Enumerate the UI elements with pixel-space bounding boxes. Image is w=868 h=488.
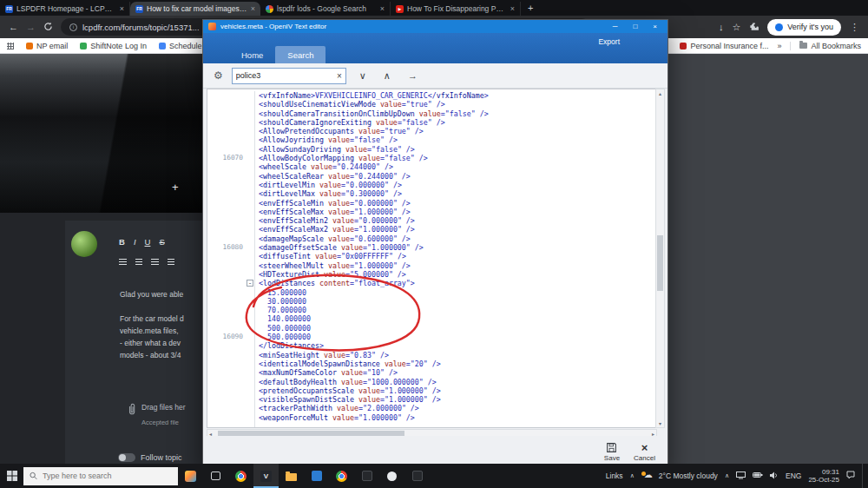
find-next-icon[interactable]: ∨ [355, 70, 371, 82]
code-fold-minus-icon[interactable]: - [247, 280, 253, 287]
tab-close-icon[interactable]: × [380, 4, 385, 13]
file-explorer-icon[interactable] [279, 464, 304, 488]
scroll-up-icon[interactable]: ▴ [656, 90, 664, 96]
verify-its-you-button[interactable]: Verify it's you [767, 19, 841, 36]
post-text-line: models - about 3/4 [120, 351, 181, 359]
apps-grid-icon[interactable] [7, 43, 14, 49]
bookmark-np-email[interactable]: NP email [26, 42, 68, 50]
openiv-logo-icon [208, 23, 216, 30]
links-toolbar[interactable]: Links [606, 472, 623, 480]
download-icon[interactable]: ↓ [719, 23, 724, 32]
all-bookmarks-button[interactable]: All Bookmarks [799, 42, 861, 50]
vertical-scrollbar[interactable]: ▴ ▾ [655, 89, 665, 428]
find-previous-icon[interactable]: ∧ [379, 70, 395, 82]
show-desktop-button[interactable] [862, 464, 866, 488]
openiv-ribbon: Export Home Search [203, 33, 667, 63]
start-button[interactable] [0, 464, 23, 488]
strikethrough-button[interactable]: S [159, 237, 164, 247]
ribbon-tabs: Home Search [229, 46, 326, 63]
browser-tab-active[interactable]: FR How to fix car model images -... × [130, 2, 260, 16]
align-left-icon[interactable] [151, 259, 159, 265]
tab-close-icon[interactable]: × [510, 4, 515, 13]
window-title: vehicles.meta - OpenIV Text editor [220, 23, 326, 30]
tab-close-icon[interactable]: × [251, 4, 255, 13]
clear-search-icon[interactable]: × [337, 71, 342, 81]
search-toolbar: ⚙ × ∨ ∧ → [203, 63, 667, 89]
save-button[interactable]: Save [604, 442, 620, 462]
search-input[interactable] [236, 71, 333, 80]
editor-fold-column[interactable]: - [246, 91, 255, 427]
tab-home[interactable]: Home [229, 46, 275, 63]
search-field[interactable]: × [232, 68, 346, 84]
cancel-x-icon: × [641, 443, 648, 453]
minimize-icon[interactable]: ─ [613, 23, 618, 30]
bookmark-shiftnote[interactable]: ShiftNote Log In [80, 42, 147, 50]
scroll-down-icon[interactable]: ▾ [656, 420, 664, 426]
bold-button[interactable]: B [119, 237, 125, 247]
forward-icon[interactable]: → [26, 23, 36, 32]
drag-files-text[interactable]: Drag files her [141, 403, 186, 412]
tab-search[interactable]: Search [275, 46, 326, 63]
browser-menu-icon[interactable]: ⋮ [850, 23, 859, 32]
news-interests-icon[interactable] [178, 464, 203, 488]
dark-app-icon[interactable] [354, 464, 379, 488]
tab-title: lspdfr lods - Google Search [277, 4, 377, 13]
weather-text[interactable]: 2°C Mostly cloudy [659, 472, 718, 480]
bookmark-schedule[interactable]: Schedule A [159, 42, 209, 50]
gear-icon[interactable]: ⚙ [214, 69, 223, 82]
cancel-button[interactable]: × Cancel [634, 443, 655, 462]
folder-icon [799, 43, 807, 49]
links-chevron-icon[interactable]: ∧ [630, 472, 635, 479]
tray-expand-icon[interactable]: ∧ [725, 472, 729, 479]
notification-center-icon[interactable] [846, 471, 855, 481]
language-indicator[interactable]: ENG [786, 472, 801, 480]
blue-app-icon[interactable] [304, 464, 329, 488]
paperclip-icon [127, 403, 137, 419]
bullet-list-icon[interactable] [119, 259, 127, 265]
refresh-icon[interactable] [43, 22, 53, 33]
bookmark-personal-insurance[interactable]: Personal Insurance f... [680, 42, 768, 50]
export-button[interactable]: Export [598, 37, 620, 46]
browser-tab[interactable]: lspdfr lods - Google Search × [260, 2, 391, 16]
new-tab-button[interactable]: + [528, 3, 533, 13]
goto-arrow-icon[interactable]: → [404, 70, 422, 81]
chrome-taskbar-icon[interactable] [228, 464, 253, 488]
numbered-list-icon[interactable] [135, 259, 142, 265]
editor-code-lines[interactable]: <vfxInfoName>VFXVEHICLEINFO_CAR_GENERIC<… [255, 91, 656, 427]
follow-topic-toggle[interactable] [118, 453, 135, 462]
toolbar-right-icons: ↓ ☆ Verify it's you ⋮ [719, 19, 859, 36]
white-circle-app-icon[interactable] [379, 464, 404, 488]
post-text-line: vehicle.meta files, [120, 326, 179, 335]
youtube-favicon: ▶ [396, 5, 404, 13]
vertical-scroll-thumb[interactable] [657, 235, 663, 291]
taskbar-clock[interactable]: 09:31 25-Oct-25 [808, 468, 839, 485]
align-center-icon[interactable] [168, 259, 174, 265]
volume-icon[interactable] [770, 472, 779, 481]
site-info-icon[interactable]: i [69, 23, 77, 31]
browser-tab[interactable]: ▶ How To Fix Disappearing Police... × [391, 2, 521, 16]
taskbar-search-input[interactable] [43, 472, 172, 480]
italic-button[interactable]: I [134, 237, 136, 247]
chrome-taskbar-icon-2[interactable] [329, 464, 354, 488]
maximize-icon[interactable]: □ [633, 23, 637, 30]
task-view-icon[interactable] [203, 464, 228, 488]
back-icon[interactable]: ← [9, 23, 18, 32]
display-icon[interactable] [736, 472, 746, 481]
underline-button[interactable]: U [145, 237, 151, 247]
text-editor[interactable]: 160701608016090 - <vfxInfoName>VFXVEHICL… [207, 89, 657, 428]
openiv-taskbar-icon[interactable]: V [253, 464, 279, 488]
bookmark-star-icon[interactable]: ☆ [732, 23, 740, 32]
dark-app-icon-2[interactable] [404, 464, 430, 488]
close-icon[interactable]: × [653, 23, 657, 30]
extensions-puzzle-icon[interactable] [749, 22, 759, 33]
tab-close-icon[interactable]: × [120, 4, 124, 13]
browser-tab[interactable]: FR LSPDFR Homepage - LCPDFR.c... × [0, 2, 130, 16]
openiv-titlebar[interactable]: vehicles.meta - OpenIV Text editor ─ □ × [203, 20, 667, 33]
battery-icon[interactable] [753, 472, 763, 480]
bookmark-favicon [80, 43, 87, 49]
clock-time: 09:31 [822, 468, 839, 477]
bookmarks-overflow-chevron[interactable]: » [777, 42, 781, 50]
quote-plus-button[interactable]: + [172, 181, 179, 194]
taskbar-search[interactable] [23, 467, 178, 485]
google-favicon [266, 5, 273, 13]
